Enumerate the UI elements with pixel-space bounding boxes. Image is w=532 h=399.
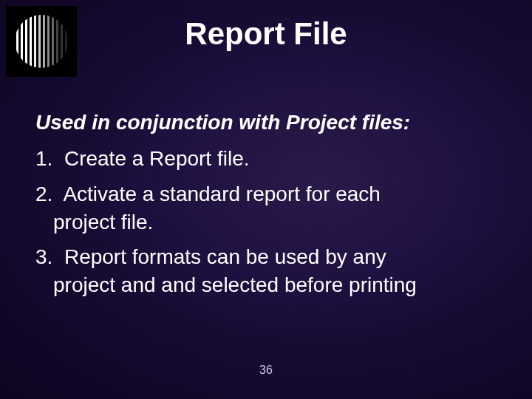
list-text: Report formats can be used by any	[64, 245, 386, 268]
svg-rect-12	[61, 13, 63, 70]
svg-rect-8	[43, 13, 45, 70]
slide-body: Used in conjunction with Project files: …	[35, 111, 502, 307]
list-text-cont: project and and selected before printing	[35, 271, 502, 299]
list-item: 1. Create a Report file.	[35, 145, 502, 173]
page-number: 36	[259, 364, 273, 377]
svg-rect-4	[25, 13, 27, 70]
list-item: 2. Activate a standard report for each p…	[35, 180, 502, 236]
svg-rect-3	[21, 13, 23, 70]
svg-rect-6	[34, 13, 36, 70]
svg-rect-2	[16, 13, 18, 70]
slide-title: Report File	[185, 16, 347, 52]
list-number: 1.	[35, 147, 52, 170]
list-number: 2.	[35, 183, 52, 205]
svg-rect-7	[38, 13, 41, 70]
svg-rect-10	[52, 13, 54, 70]
svg-rect-11	[56, 13, 58, 70]
list-text: Create a Report file.	[64, 147, 250, 170]
list-number: 3.	[35, 245, 52, 268]
svg-rect-9	[47, 13, 50, 70]
svg-rect-13	[65, 13, 67, 70]
list-text: Activate a standard report for each	[63, 183, 381, 205]
slide-logo	[6, 6, 77, 77]
svg-rect-5	[30, 13, 32, 70]
list-item: 3. Report formats can be used by any pro…	[35, 243, 502, 299]
vertical-blinds-circle-icon	[13, 13, 70, 70]
slide-subtitle: Used in conjunction with Project files:	[35, 111, 502, 134]
list-text-cont: project file.	[35, 208, 502, 236]
